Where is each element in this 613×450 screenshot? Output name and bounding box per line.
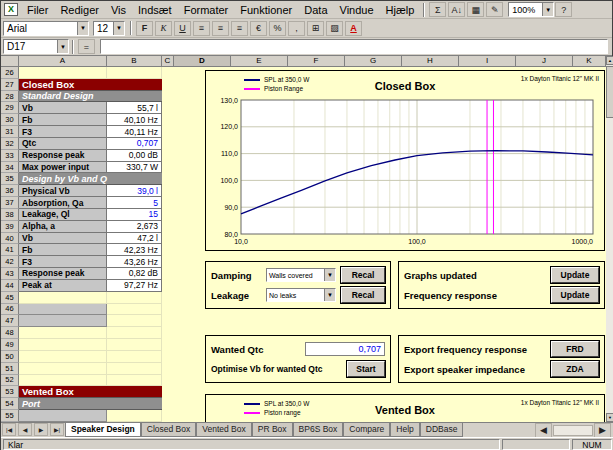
- row-header-41[interactable]: 41: [1, 244, 19, 256]
- comma-style-icon[interactable]: ,: [288, 21, 305, 36]
- menu-indst[interactable]: Indsæt: [132, 2, 178, 18]
- cell-A31[interactable]: F3: [19, 126, 107, 138]
- menu-hjlp[interactable]: Hjælp: [380, 2, 421, 18]
- sheet-tab-help[interactable]: Help: [390, 423, 419, 437]
- row-header-29[interactable]: 29: [1, 102, 19, 114]
- chevron-down-icon[interactable]: ▼: [113, 22, 124, 35]
- cell-A36[interactable]: Physical Vb: [19, 185, 107, 197]
- row-header-31[interactable]: 31: [1, 126, 19, 138]
- menu-rediger[interactable]: Rediger: [54, 2, 105, 18]
- scroll-left-icon[interactable]: ◀: [535, 423, 552, 438]
- cell-A45[interactable]: [19, 292, 107, 304]
- cell-B30[interactable]: 40,10 Hz: [107, 114, 162, 126]
- row-header-45[interactable]: 45: [1, 292, 19, 304]
- menu-vindue[interactable]: Vindue: [334, 2, 380, 18]
- cell-A34[interactable]: Max power input: [19, 162, 107, 174]
- row-header-34[interactable]: 34: [1, 162, 19, 174]
- vertical-scrollbar[interactable]: ▲ ▼: [606, 56, 613, 422]
- row-header-33[interactable]: 33: [1, 150, 19, 162]
- cell-A49[interactable]: [19, 339, 107, 351]
- formula-input[interactable]: [100, 39, 608, 54]
- italic-icon[interactable]: K: [155, 21, 172, 36]
- next-sheet-icon[interactable]: ▶: [34, 423, 48, 436]
- row-header-42[interactable]: 42: [1, 256, 19, 268]
- column-header-E[interactable]: E: [231, 56, 288, 67]
- row-header-39[interactable]: 39: [1, 221, 19, 233]
- cell-A55[interactable]: [19, 410, 107, 422]
- menu-formater[interactable]: Formater: [178, 2, 235, 18]
- leakage-recal-button[interactable]: Recal: [341, 287, 385, 303]
- cell-A50[interactable]: [19, 351, 107, 363]
- cell-A32[interactable]: Qtc: [19, 138, 107, 150]
- leakage-dropdown[interactable]: No leaks ▼: [266, 288, 336, 302]
- row-header-44[interactable]: 44: [1, 280, 19, 292]
- export-frd-button[interactable]: FRD: [551, 341, 599, 357]
- column-header-H[interactable]: H: [402, 56, 459, 67]
- column-header-D[interactable]: D: [174, 56, 231, 67]
- underline-icon[interactable]: U: [174, 21, 191, 36]
- cell-A43[interactable]: Response peak: [19, 268, 107, 280]
- cell-B55[interactable]: [107, 410, 162, 422]
- menu-funktioner[interactable]: Funktioner: [234, 2, 298, 18]
- sort-ascending-icon[interactable]: A↓: [448, 2, 465, 17]
- cell-A37[interactable]: Absorption, Qa: [19, 197, 107, 209]
- cell-B26[interactable]: [107, 67, 162, 79]
- sheet-tab-speaker-design[interactable]: Speaker Design: [65, 423, 141, 437]
- font-size-combo[interactable]: 12 ▼: [93, 21, 125, 36]
- row-header-27[interactable]: 27: [1, 79, 19, 91]
- horizontal-scroll-track[interactable]: [553, 425, 593, 436]
- row-header-40[interactable]: 40: [1, 233, 19, 245]
- chevron-down-icon[interactable]: ▼: [542, 3, 553, 16]
- row-header-46[interactable]: 46: [1, 304, 19, 316]
- sheet-tab-compare[interactable]: Compare: [343, 423, 390, 437]
- menu-filer[interactable]: Filer: [21, 2, 54, 18]
- borders-icon[interactable]: ⊞: [307, 21, 324, 36]
- sheet-tab-pr-box[interactable]: PR Box: [252, 423, 293, 437]
- vented-box-chart[interactable]: SPL at 350,0 W Piston range Vented Box 1…: [205, 394, 605, 422]
- cell-A41[interactable]: Fb: [19, 244, 107, 256]
- chevron-down-icon[interactable]: ▼: [324, 269, 335, 281]
- row-header-47[interactable]: 47: [1, 315, 19, 327]
- damping-dropdown[interactable]: Walls covered ▼: [266, 268, 336, 282]
- cell-B43[interactable]: 0,82 dB: [107, 268, 162, 280]
- cell-B41[interactable]: 42,23 Hz: [107, 244, 162, 256]
- cell-B48[interactable]: [107, 327, 162, 339]
- cell-A39[interactable]: Alpha, a: [19, 221, 107, 233]
- sheet-tab-vented-box[interactable]: Vented Box: [196, 423, 251, 437]
- cell-A51[interactable]: [19, 363, 107, 375]
- cell-A42[interactable]: F3: [19, 256, 107, 268]
- sheet-tab-bp6s-box[interactable]: BP6S Box: [293, 423, 344, 437]
- cell-B36[interactable]: 39,0 l: [107, 185, 162, 197]
- cell-A44[interactable]: Peak at: [19, 280, 107, 292]
- cell-B37[interactable]: 5: [107, 197, 162, 209]
- cell-A29[interactable]: Vb: [19, 102, 107, 114]
- wanted-qtc-value[interactable]: 0,707: [305, 342, 385, 356]
- row-header-52[interactable]: 52: [1, 375, 19, 387]
- chevron-down-icon[interactable]: ▼: [324, 289, 335, 301]
- cell-A35[interactable]: Design by Vb and Q: [19, 173, 162, 185]
- row-header-37[interactable]: 37: [1, 197, 19, 209]
- cell-B31[interactable]: 40,11 Hz: [107, 126, 162, 138]
- help-icon[interactable]: ?: [555, 2, 572, 17]
- row-header-28[interactable]: 28: [1, 91, 19, 103]
- optimise-start-button[interactable]: Start: [347, 361, 385, 377]
- cell-A40[interactable]: Vb: [19, 233, 107, 245]
- fill-color-icon[interactable]: ▨: [326, 21, 343, 36]
- cell-B29[interactable]: 55,7 l: [107, 102, 162, 114]
- cell-B32[interactable]: 0,707: [107, 138, 162, 150]
- closed-box-chart[interactable]: SPL at 350,0 W Piston Range Closed Box 1…: [205, 70, 605, 251]
- row-header-51[interactable]: 51: [1, 363, 19, 375]
- row-header-26[interactable]: 26: [1, 67, 19, 79]
- chevron-down-icon[interactable]: ▼: [57, 40, 68, 53]
- cell-A33[interactable]: Response peak: [19, 150, 107, 162]
- chart-wizard-icon[interactable]: ▦: [467, 2, 484, 17]
- bold-icon[interactable]: F: [136, 21, 153, 36]
- row-header-43[interactable]: 43: [1, 268, 19, 280]
- scroll-right-icon[interactable]: ▶: [594, 423, 611, 438]
- sheet-tab-closed-box[interactable]: Closed Box: [141, 423, 196, 437]
- cell-A47[interactable]: [19, 315, 107, 327]
- row-header-38[interactable]: 38: [1, 209, 19, 221]
- name-box[interactable]: D17 ▼: [3, 39, 69, 54]
- font-color-icon[interactable]: A: [345, 21, 362, 36]
- column-header-I[interactable]: I: [459, 56, 516, 67]
